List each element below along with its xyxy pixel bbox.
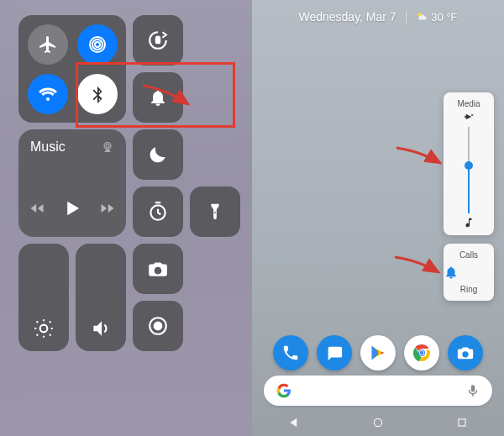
flashlight-toggle[interactable] [190, 186, 240, 237]
svg-point-0 [95, 42, 100, 47]
status-row: Wednesday, Mar 7 | 30 °F [252, 10, 504, 24]
messages-icon [325, 344, 344, 362]
airplay-icon [101, 140, 114, 154]
dnd-toggle[interactable] [133, 129, 183, 180]
nav-back-button[interactable] [284, 412, 304, 433]
spacer [190, 72, 240, 123]
chrome-icon [412, 343, 432, 363]
dock-app-chrome[interactable] [404, 335, 439, 370]
calls-panel[interactable]: Calls Ring [444, 244, 494, 301]
moon-icon [147, 144, 169, 165]
screen-record-button[interactable] [133, 301, 183, 351]
bluetooth-toggle[interactable] [77, 74, 118, 114]
spacer [190, 129, 240, 180]
music-controls [30, 197, 114, 220]
timer-icon [147, 201, 169, 223]
record-icon [147, 315, 169, 337]
android-navbar [252, 412, 504, 433]
brightness-slider[interactable] [18, 244, 69, 351]
ring-mode-label: Ring [444, 281, 494, 296]
weather-widget[interactable]: 30 °F [416, 11, 457, 24]
media-volume-panel[interactable]: Media [444, 92, 494, 235]
cast-icon[interactable] [462, 110, 475, 123]
dock-app-phone[interactable] [273, 335, 308, 370]
connectivity-group [18, 15, 126, 123]
annotation-arrow-icon [395, 143, 445, 168]
rotation-lock-toggle[interactable] [133, 15, 183, 66]
android-homescreen: Wednesday, Mar 7 | 30 °F Media [252, 0, 504, 436]
prev-track-button[interactable] [29, 200, 45, 217]
airplane-icon [38, 34, 58, 55]
camera-button[interactable] [133, 244, 183, 294]
svg-point-9 [155, 323, 162, 330]
spacer [190, 244, 240, 294]
airdrop-toggle[interactable] [77, 24, 118, 65]
nav-home-button[interactable] [368, 412, 388, 433]
dock-app-play-store[interactable] [360, 335, 396, 370]
play-store-icon [369, 344, 387, 362]
music-label: Music [30, 139, 66, 155]
volume-icon [90, 318, 112, 339]
music-widget[interactable]: Music [18, 129, 126, 237]
date-label: Wednesday, Mar 7 [298, 10, 396, 24]
annotation-arrow-icon [393, 252, 444, 277]
dock-app-messages[interactable] [317, 335, 352, 370]
svg-point-14 [420, 351, 424, 355]
rotation-lock-icon [147, 29, 169, 51]
app-dock [252, 335, 504, 370]
spacer [190, 15, 240, 66]
svg-point-4 [106, 144, 109, 148]
spacer [190, 301, 240, 351]
google-search-bar[interactable] [264, 376, 492, 406]
media-panel-title: Media [457, 96, 480, 110]
svg-rect-16 [459, 419, 465, 426]
weather-icon [416, 11, 428, 23]
weather-temp: 30 °F [431, 11, 457, 24]
media-volume-slider[interactable] [468, 127, 470, 213]
phone-icon [281, 344, 300, 362]
svg-point-15 [374, 418, 381, 426]
airplane-toggle[interactable] [28, 24, 68, 65]
flashlight-icon [206, 202, 224, 221]
camera-icon [147, 258, 169, 280]
ios-grid: Music [18, 15, 242, 351]
timer-button[interactable] [133, 186, 183, 237]
svg-point-1 [92, 39, 102, 50]
ringer-toggle[interactable] [133, 72, 183, 123]
music-note-icon [463, 217, 475, 229]
ios-control-center: Music [0, 0, 252, 436]
ring-mode-icon[interactable] [444, 265, 494, 280]
google-g-icon [276, 382, 292, 399]
dock-app-camera[interactable] [448, 335, 483, 370]
camera-icon [456, 344, 475, 362]
volume-slider[interactable] [76, 244, 126, 351]
cellular-icon [87, 34, 108, 55]
sliders-group [18, 244, 126, 351]
wifi-toggle[interactable] [28, 74, 68, 114]
mic-icon[interactable] [465, 383, 480, 398]
play-button[interactable] [60, 197, 84, 220]
bell-icon [148, 87, 168, 108]
next-track-button[interactable] [99, 200, 116, 217]
calls-panel-title: Calls [444, 247, 494, 261]
wifi-icon [38, 84, 58, 104]
brightness-icon [33, 318, 55, 339]
svg-point-7 [40, 325, 48, 333]
bluetooth-icon [88, 85, 107, 103]
nav-recents-button[interactable] [452, 412, 472, 433]
